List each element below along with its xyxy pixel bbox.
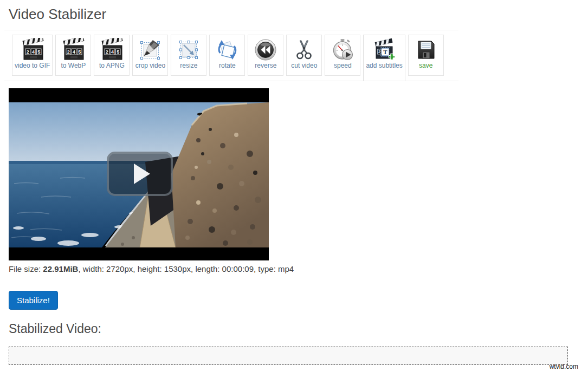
title-divider [4,30,458,30]
file-info: File size: 22.91MiB, width: 2720px, heig… [9,264,294,273]
stabilized-video-output-box [9,347,568,365]
toolbar-button-label: add subtitles [366,62,402,69]
toolbar-button-label: to APNG [99,62,125,69]
reverse-icon [253,38,278,62]
toolbar-button-label: resize [180,62,197,69]
toolbar-button-label: reverse [255,62,276,69]
toolbar-button-cut-video[interactable]: cut video [286,35,322,76]
clapperboard-icon [99,38,124,62]
floppy-save-icon [413,38,438,62]
toolbar-button-rotate[interactable]: rotate [209,35,245,76]
toolbar-button-resize[interactable]: resize [171,35,206,76]
toolbar-button-label: cut video [291,62,317,69]
rotate-icon [215,38,240,62]
play-icon [134,164,150,184]
video-player[interactable] [9,88,269,260]
toolbar-button-crop-video[interactable]: crop video [132,35,168,76]
toolbar-button-to-apng[interactable]: to APNG [94,35,130,76]
crop-knife-icon [138,38,163,62]
play-button[interactable] [107,152,173,196]
toolbar: video to GIF to WebP to APNG crop video … [12,35,444,81]
toolbar-button-save[interactable]: save [408,35,444,76]
stabilize-button[interactable]: Stabilize! [9,291,58,310]
scissors-icon [292,38,316,62]
file-info-prefix: File size: [9,264,43,273]
toolbar-button-label: crop video [135,62,165,69]
toolbar-button-label: video to GIF [15,62,50,69]
toolbar-button-label: speed [334,62,352,69]
toolbar-button-video-to-gif[interactable]: video to GIF [12,35,53,76]
clapperboard-icon [20,38,45,62]
toolbar-button-to-webp[interactable]: to WebP [55,35,91,76]
toolbar-button-add-subtitles[interactable]: add subtitles [363,35,405,81]
stabilized-video-heading: Stabilized Video: [9,322,101,336]
toolbar-button-label: save [419,62,432,69]
stopwatch-icon [330,38,355,62]
toolbar-button-label: rotate [219,62,236,69]
clapperboard-icon [61,38,86,62]
resize-icon [176,38,201,62]
file-info-details: , width: 2720px, height: 1530px, length:… [78,264,294,273]
toolbar-button-label: to WebP [61,62,86,69]
file-size-value: 22.91MiB [43,264,78,273]
watermark: wtvid.com [550,363,578,370]
toolbar-divider [4,81,458,81]
page-title: Video Stabilizer [9,6,106,23]
add-subtitles-icon [372,38,397,62]
toolbar-button-speed[interactable]: speed [325,35,360,76]
toolbar-button-reverse[interactable]: reverse [248,35,283,76]
